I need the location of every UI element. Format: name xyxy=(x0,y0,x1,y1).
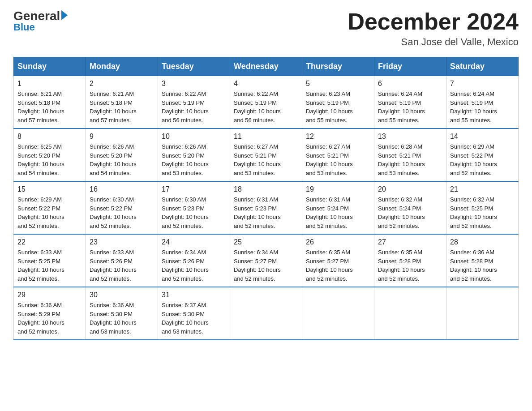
day-number: 29 xyxy=(17,291,82,299)
calendar-cell: 13Sunrise: 6:28 AMSunset: 5:21 PMDayligh… xyxy=(374,128,446,181)
day-info: Sunrise: 6:22 AMSunset: 5:19 PMDaylight:… xyxy=(234,90,298,124)
day-info: Sunrise: 6:36 AMSunset: 5:29 PMDaylight:… xyxy=(17,301,82,336)
day-info: Sunrise: 6:26 AMSunset: 5:20 PMDaylight:… xyxy=(162,142,226,177)
day-number: 12 xyxy=(306,133,370,141)
day-number: 17 xyxy=(162,185,226,193)
calendar-cell: 16Sunrise: 6:30 AMSunset: 5:22 PMDayligh… xyxy=(86,181,158,234)
calendar-cell: 17Sunrise: 6:30 AMSunset: 5:23 PMDayligh… xyxy=(158,181,230,234)
day-number: 2 xyxy=(90,80,154,88)
day-number: 21 xyxy=(450,185,515,193)
day-info: Sunrise: 6:32 AMSunset: 5:24 PMDaylight:… xyxy=(378,195,442,230)
calendar-cell: 27Sunrise: 6:35 AMSunset: 5:28 PMDayligh… xyxy=(374,234,446,287)
day-number: 23 xyxy=(90,238,154,246)
day-number: 14 xyxy=(450,133,515,141)
day-number: 16 xyxy=(90,185,154,193)
page-header: General Blue December 2024 San Jose del … xyxy=(13,9,519,48)
day-number: 1 xyxy=(17,80,82,88)
day-number: 24 xyxy=(162,238,226,246)
calendar-week-row: 22Sunrise: 6:33 AMSunset: 5:25 PMDayligh… xyxy=(14,234,519,287)
header-friday: Friday xyxy=(374,57,446,76)
day-number: 19 xyxy=(306,185,370,193)
day-info: Sunrise: 6:34 AMSunset: 5:27 PMDaylight:… xyxy=(234,248,298,283)
day-number: 7 xyxy=(450,80,515,88)
day-info: Sunrise: 6:28 AMSunset: 5:21 PMDaylight:… xyxy=(378,142,442,177)
day-info: Sunrise: 6:21 AMSunset: 5:18 PMDaylight:… xyxy=(17,90,82,124)
month-title: December 2024 xyxy=(348,9,519,34)
calendar-cell: 15Sunrise: 6:29 AMSunset: 5:22 PMDayligh… xyxy=(14,181,86,234)
calendar-cell: 31Sunrise: 6:37 AMSunset: 5:30 PMDayligh… xyxy=(158,287,230,340)
calendar-week-row: 29Sunrise: 6:36 AMSunset: 5:29 PMDayligh… xyxy=(14,287,519,340)
calendar-week-row: 15Sunrise: 6:29 AMSunset: 5:22 PMDayligh… xyxy=(14,181,519,234)
day-number: 10 xyxy=(162,133,226,141)
day-info: Sunrise: 6:36 AMSunset: 5:30 PMDaylight:… xyxy=(90,301,154,336)
calendar-cell: 14Sunrise: 6:29 AMSunset: 5:22 PMDayligh… xyxy=(446,128,519,181)
day-number: 27 xyxy=(378,238,442,246)
day-info: Sunrise: 6:33 AMSunset: 5:25 PMDaylight:… xyxy=(17,248,82,283)
calendar-cell: 3Sunrise: 6:22 AMSunset: 5:19 PMDaylight… xyxy=(158,76,230,129)
day-number: 28 xyxy=(450,238,515,246)
day-info: Sunrise: 6:31 AMSunset: 5:23 PMDaylight:… xyxy=(234,195,298,230)
header-tuesday: Tuesday xyxy=(158,57,230,76)
day-number: 26 xyxy=(306,238,370,246)
header-wednesday: Wednesday xyxy=(230,57,302,76)
calendar-cell: 6Sunrise: 6:24 AMSunset: 5:19 PMDaylight… xyxy=(374,76,446,129)
day-info: Sunrise: 6:30 AMSunset: 5:23 PMDaylight:… xyxy=(162,195,226,230)
day-info: Sunrise: 6:35 AMSunset: 5:27 PMDaylight:… xyxy=(306,248,370,283)
header-saturday: Saturday xyxy=(446,57,519,76)
day-info: Sunrise: 6:27 AMSunset: 5:21 PMDaylight:… xyxy=(306,142,370,177)
calendar-cell: 24Sunrise: 6:34 AMSunset: 5:26 PMDayligh… xyxy=(158,234,230,287)
day-info: Sunrise: 6:27 AMSunset: 5:21 PMDaylight:… xyxy=(234,142,298,177)
day-number: 30 xyxy=(90,291,154,299)
calendar-cell: 11Sunrise: 6:27 AMSunset: 5:21 PMDayligh… xyxy=(230,128,302,181)
day-number: 22 xyxy=(17,238,82,246)
calendar-cell xyxy=(230,287,302,340)
calendar-cell: 25Sunrise: 6:34 AMSunset: 5:27 PMDayligh… xyxy=(230,234,302,287)
day-info: Sunrise: 6:29 AMSunset: 5:22 PMDaylight:… xyxy=(17,195,82,230)
day-info: Sunrise: 6:21 AMSunset: 5:18 PMDaylight:… xyxy=(90,90,154,124)
calendar-cell: 18Sunrise: 6:31 AMSunset: 5:23 PMDayligh… xyxy=(230,181,302,234)
logo-triangle-icon xyxy=(61,10,68,20)
calendar-header-row: SundayMondayTuesdayWednesdayThursdayFrid… xyxy=(14,57,519,76)
day-number: 31 xyxy=(162,291,226,299)
calendar-cell: 30Sunrise: 6:36 AMSunset: 5:30 PMDayligh… xyxy=(86,287,158,340)
day-number: 8 xyxy=(17,133,82,141)
calendar-cell: 26Sunrise: 6:35 AMSunset: 5:27 PMDayligh… xyxy=(302,234,374,287)
calendar-cell: 5Sunrise: 6:23 AMSunset: 5:19 PMDaylight… xyxy=(302,76,374,129)
day-info: Sunrise: 6:36 AMSunset: 5:28 PMDaylight:… xyxy=(450,248,515,283)
day-number: 5 xyxy=(306,80,370,88)
calendar-cell: 23Sunrise: 6:33 AMSunset: 5:26 PMDayligh… xyxy=(86,234,158,287)
day-number: 13 xyxy=(378,133,442,141)
calendar-cell: 28Sunrise: 6:36 AMSunset: 5:28 PMDayligh… xyxy=(446,234,519,287)
day-info: Sunrise: 6:30 AMSunset: 5:22 PMDaylight:… xyxy=(90,195,154,230)
calendar-cell: 12Sunrise: 6:27 AMSunset: 5:21 PMDayligh… xyxy=(302,128,374,181)
calendar-cell: 9Sunrise: 6:26 AMSunset: 5:20 PMDaylight… xyxy=(86,128,158,181)
calendar-cell: 7Sunrise: 6:24 AMSunset: 5:19 PMDaylight… xyxy=(446,76,519,129)
calendar-cell: 20Sunrise: 6:32 AMSunset: 5:24 PMDayligh… xyxy=(374,181,446,234)
calendar-cell xyxy=(446,287,519,340)
day-number: 3 xyxy=(162,80,226,88)
calendar-cell: 4Sunrise: 6:22 AMSunset: 5:19 PMDaylight… xyxy=(230,76,302,129)
logo-blue-text: Blue xyxy=(13,21,68,33)
day-info: Sunrise: 6:31 AMSunset: 5:24 PMDaylight:… xyxy=(306,195,370,230)
day-number: 11 xyxy=(234,133,298,141)
calendar-cell xyxy=(302,287,374,340)
day-number: 18 xyxy=(234,185,298,193)
day-number: 4 xyxy=(234,80,298,88)
day-info: Sunrise: 6:33 AMSunset: 5:26 PMDaylight:… xyxy=(90,248,154,283)
calendar-cell: 29Sunrise: 6:36 AMSunset: 5:29 PMDayligh… xyxy=(14,287,86,340)
day-number: 9 xyxy=(90,133,154,141)
calendar-cell xyxy=(374,287,446,340)
calendar-week-row: 8Sunrise: 6:25 AMSunset: 5:20 PMDaylight… xyxy=(14,128,519,181)
calendar-week-row: 1Sunrise: 6:21 AMSunset: 5:18 PMDaylight… xyxy=(14,76,519,129)
day-number: 20 xyxy=(378,185,442,193)
day-info: Sunrise: 6:23 AMSunset: 5:19 PMDaylight:… xyxy=(306,90,370,124)
day-info: Sunrise: 6:26 AMSunset: 5:20 PMDaylight:… xyxy=(90,142,154,177)
day-info: Sunrise: 6:37 AMSunset: 5:30 PMDaylight:… xyxy=(162,301,226,336)
header-monday: Monday xyxy=(86,57,158,76)
day-info: Sunrise: 6:22 AMSunset: 5:19 PMDaylight:… xyxy=(162,90,226,124)
location-text: San Jose del Valle, Mexico xyxy=(348,36,519,48)
day-info: Sunrise: 6:32 AMSunset: 5:25 PMDaylight:… xyxy=(450,195,515,230)
calendar-cell: 1Sunrise: 6:21 AMSunset: 5:18 PMDaylight… xyxy=(14,76,86,129)
day-number: 25 xyxy=(234,238,298,246)
logo: General Blue xyxy=(13,9,68,33)
